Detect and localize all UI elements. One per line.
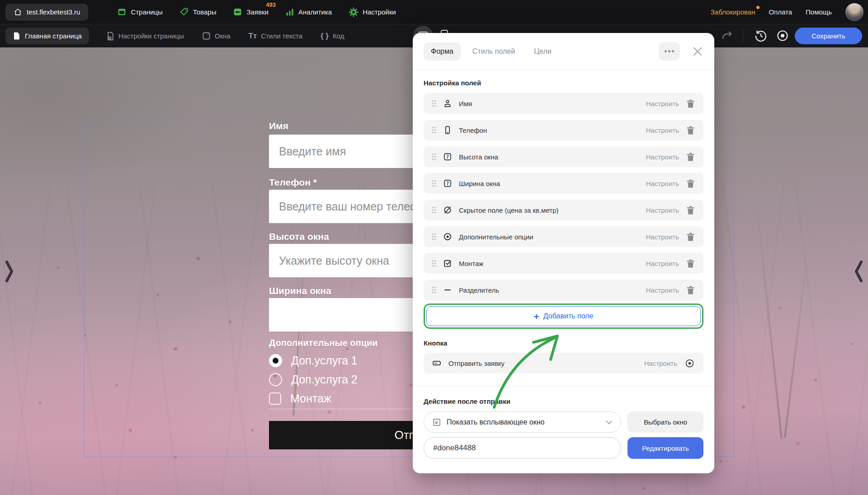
avatar[interactable] (845, 3, 863, 21)
blocked-status[interactable]: Заблокирован (711, 8, 755, 16)
configure-link[interactable]: Настроить (644, 360, 677, 367)
menu-products[interactable]: Товары (179, 7, 217, 17)
site-name: test.flexbetest3.ru (27, 8, 80, 16)
pages-icon (117, 7, 127, 17)
tab-field-style[interactable]: Стиль полей (465, 42, 522, 61)
payment-link[interactable]: Оплата (769, 8, 792, 16)
drag-handle-icon[interactable] (432, 126, 436, 134)
field-row-hidden: Скрытое поле (цена за кв.метр) Настроить (424, 200, 703, 220)
toolbar-code[interactable]: { } Код (321, 32, 344, 41)
trash-icon[interactable] (687, 153, 694, 161)
radio-selected[interactable] (269, 354, 282, 367)
visibility-eye-icon[interactable] (685, 359, 694, 368)
choose-window-label: Выбрать окно (644, 418, 687, 426)
more-options-button[interactable] (659, 42, 680, 61)
drag-handle-icon[interactable] (432, 233, 436, 240)
tab-form[interactable]: Форма (424, 42, 461, 61)
redo-icon[interactable] (722, 31, 733, 42)
toolbar-windows[interactable]: Окна (202, 32, 231, 40)
help-link[interactable]: Помощь (806, 8, 832, 16)
form-settings-modal: Форма Стиль полей Цели Настройка полей И… (413, 33, 714, 473)
save-button[interactable]: Сохранить (795, 28, 862, 44)
field-label: Скрытое поле (цена за кв.метр) (459, 206, 646, 214)
menu-settings[interactable]: Настройки (349, 7, 396, 17)
tag-icon (179, 7, 189, 17)
anchor-input[interactable] (424, 437, 621, 459)
blocked-label: Заблокирован (711, 8, 755, 16)
drag-handle-icon[interactable] (432, 260, 436, 267)
checkbox-icon (443, 259, 452, 268)
inbox-icon (233, 7, 242, 17)
toolbar-item-label: Код (333, 32, 344, 40)
drag-handle-icon[interactable] (432, 206, 436, 214)
trash-icon[interactable] (687, 286, 694, 294)
field-label: Ширина окна (459, 180, 646, 187)
button-section-title: Кнопка (424, 339, 703, 347)
configure-link[interactable]: Настроить (646, 180, 679, 187)
trash-icon[interactable] (687, 233, 694, 241)
fields-section-title: Настройка полей (424, 79, 703, 87)
history-icon[interactable] (754, 29, 768, 44)
configure-link[interactable]: Настроить (646, 126, 679, 134)
home-icon (14, 8, 22, 16)
page-icon (13, 32, 20, 40)
toolbar-page-settings[interactable]: Настройки страницы (106, 32, 184, 41)
add-field-button[interactable]: + Добавить поле (426, 306, 701, 326)
add-field-label: Добавить поле (543, 312, 594, 320)
modal-body: Настройка полей Имя Настроить Телефон На… (413, 70, 714, 473)
configure-link[interactable]: Настроить (646, 233, 679, 241)
after-submit-action-select[interactable]: Показать всплывающее окно (424, 411, 621, 433)
top-bar: test.flexbetest3.ru Страницы Товары Заяв… (0, 0, 868, 24)
number-icon: 7 (443, 179, 452, 188)
choose-window-button[interactable]: Выбрать окно (627, 411, 703, 433)
trash-icon[interactable] (687, 259, 694, 268)
divider-icon (443, 285, 452, 294)
save-label: Сохранить (811, 32, 845, 40)
button-field-label: Отправить заявку (448, 360, 644, 367)
preview-eye-icon[interactable] (776, 29, 789, 44)
field-label: Телефон (459, 126, 646, 134)
svg-text:7: 7 (446, 181, 449, 186)
field-row-phone: Телефон Настроить (424, 120, 703, 140)
modal-header: Форма Стиль полей Цели (413, 33, 714, 70)
top-menu: Страницы Товары Заявки 493 Аналитика Нас… (117, 7, 396, 17)
checkbox-unchecked[interactable] (269, 392, 281, 405)
trash-icon[interactable] (687, 126, 694, 135)
requests-badge: 493 (266, 1, 276, 8)
menu-analytics[interactable]: Аналитика (285, 8, 332, 17)
drag-handle-icon[interactable] (432, 100, 436, 107)
next-section-arrow[interactable] (854, 260, 863, 283)
close-icon[interactable] (692, 46, 703, 57)
chevron-down-icon (605, 420, 613, 425)
current-page-button[interactable]: Главная страница (5, 28, 89, 44)
drag-handle-icon[interactable] (432, 153, 436, 160)
edit-button[interactable]: Редактировать (627, 437, 703, 459)
site-selector[interactable]: test.flexbetest3.ru (5, 4, 88, 21)
phone-icon (443, 126, 452, 135)
field-label: Имя (459, 100, 646, 107)
selected-action: Показать всплывающее окно (447, 418, 600, 426)
trash-icon[interactable] (687, 206, 694, 215)
configure-link[interactable]: Настроить (646, 260, 679, 267)
configure-link[interactable]: Настроить (646, 100, 679, 107)
user-icon (443, 99, 452, 108)
trash-icon[interactable] (687, 179, 694, 188)
configure-link[interactable]: Настроить (646, 286, 679, 294)
drag-handle-icon[interactable] (432, 180, 436, 187)
prev-section-arrow[interactable] (5, 260, 14, 283)
menu-requests[interactable]: Заявки 493 (233, 7, 268, 17)
field-row-checkbox: Монтаж Настроить (424, 253, 703, 274)
menu-pages[interactable]: Страницы (117, 7, 162, 17)
configure-link[interactable]: Настроить (646, 153, 679, 161)
text-styles-icon: Tт (249, 32, 257, 41)
field-row-name: Имя Настроить (424, 93, 703, 114)
drag-handle-icon[interactable] (432, 286, 436, 294)
trash-icon[interactable] (687, 99, 694, 108)
edit-label: Редактировать (642, 444, 689, 452)
toolbar-text-styles[interactable]: Tт Стили текста (249, 32, 302, 41)
configure-link[interactable]: Настроить (646, 206, 679, 214)
svg-text:7: 7 (446, 154, 449, 159)
radio-unselected[interactable] (269, 373, 282, 386)
tab-goals[interactable]: Цели (527, 42, 558, 61)
code-icon: { } (321, 32, 329, 41)
